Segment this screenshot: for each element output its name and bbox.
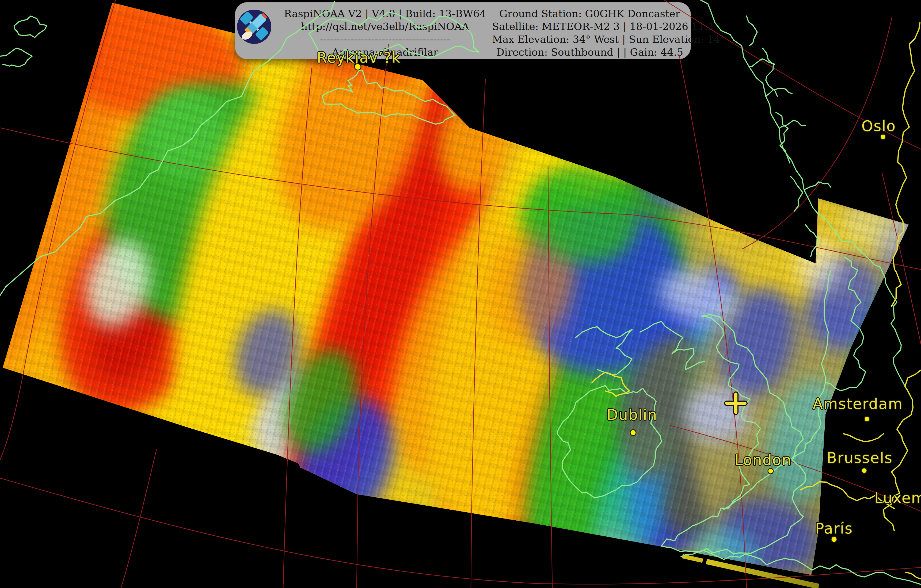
city-label-amsterdam: Amsterdam bbox=[813, 395, 903, 412]
city-dot-amsterdam bbox=[864, 416, 870, 422]
city-dot-minor bbox=[841, 521, 845, 524]
city-dot-reykjavik bbox=[354, 63, 361, 71]
city-dot-oslo bbox=[880, 134, 886, 140]
city-dot-dublin bbox=[630, 429, 636, 436]
city-label-dublin: Dublin bbox=[607, 406, 657, 423]
city-label-luxembourg: Luxembourg bbox=[874, 489, 921, 507]
city-label-brussels: Brussels bbox=[827, 449, 893, 466]
raspinoaa-satellite-capture: { "header": { "logo_icon": "satellite-ic… bbox=[0, 0, 921, 588]
city-label-paris: Paris bbox=[815, 520, 853, 537]
country-border-layer bbox=[592, 23, 921, 579]
ground-station-cross-marker bbox=[727, 394, 745, 412]
map-overlay bbox=[0, 0, 921, 588]
city-dot-london bbox=[768, 468, 774, 474]
city-dot-paris bbox=[831, 536, 838, 543]
city-label-london: London bbox=[734, 452, 792, 468]
coastline-layer bbox=[0, 0, 921, 584]
city-dot-brussels bbox=[861, 468, 867, 474]
city-label-oslo: Oslo bbox=[862, 117, 896, 135]
